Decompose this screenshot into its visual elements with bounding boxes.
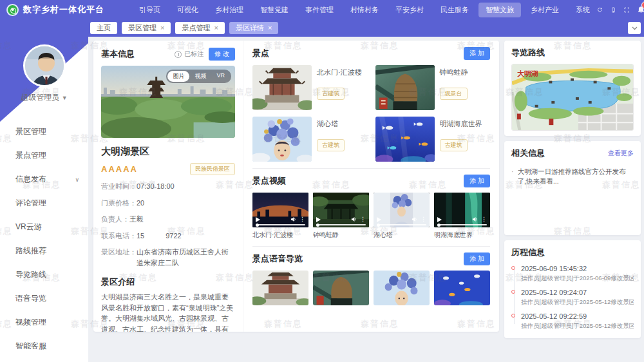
spot-name: 北水门·汇波楼	[317, 68, 362, 77]
related-info-title: 相关信息	[511, 148, 545, 159]
video-progress-bar[interactable]	[377, 224, 426, 225]
media-tab-image[interactable]: 图片	[167, 71, 189, 82]
nav-item-industry[interactable]: 乡村产业	[524, 3, 566, 17]
video-menu-icon[interactable]: ⋮	[360, 216, 366, 222]
spot-card[interactable]: 明湖海底世界古建筑	[375, 117, 491, 162]
close-icon[interactable]: ×	[268, 22, 272, 34]
history-item: 2025-05-12 09:22:59 操作员[超级管理员]于2025-05-1…	[521, 312, 634, 330]
nav-item-village-affairs[interactable]: 村情村务	[343, 3, 386, 17]
tab-bar: 主页 景区管理× 景点管理× 景区详情×	[0, 19, 644, 37]
sidebar-item-hotel-orders[interactable]: 酒店预定订单	[0, 358, 88, 362]
nav-item-events[interactable]: 事件管理	[298, 3, 341, 17]
media-tab-vr[interactable]: VR	[211, 71, 230, 82]
refresh-icon[interactable]	[597, 6, 603, 14]
video-menu-icon[interactable]: ⋮	[421, 216, 426, 222]
play-icon[interactable]	[437, 217, 442, 222]
video-card: ⋮ 明湖海底世界	[434, 193, 490, 240]
sidebar-item-video-management[interactable]: 视频管理	[0, 310, 88, 334]
spot-card[interactable]: 北水门·汇波楼古建筑	[252, 65, 368, 110]
tab-dropdown-button[interactable]	[628, 22, 641, 34]
history-time: 2025-06-09 15:45:32	[521, 265, 634, 272]
video-progress-bar[interactable]	[316, 224, 366, 225]
scenic-area-detail-card: 基本信息 已标注 修 改	[93, 41, 499, 332]
tab-spot-management[interactable]: 景点管理×	[175, 22, 224, 34]
brand: 数字乡村一体化平台	[6, 4, 132, 16]
spot-name: 湖心塔	[317, 119, 345, 129]
audio-guide-image-aquarium[interactable]	[434, 271, 490, 305]
spot-card[interactable]: 湖心塔古建筑	[252, 117, 368, 162]
fullscreen-icon[interactable]	[624, 6, 630, 14]
video-progress-bar[interactable]	[437, 224, 487, 225]
sidebar-user-role[interactable]: 超级管理员 ▼	[0, 92, 88, 103]
video-menu-icon[interactable]: ⋮	[481, 216, 487, 222]
sidebar-item-spot[interactable]: 景点管理	[0, 144, 88, 167]
volume-icon[interactable]	[472, 216, 478, 222]
media-tab-video[interactable]: 视频	[189, 71, 211, 82]
field-phone: 联系电话：15 9722	[101, 231, 235, 242]
user-avatar-large[interactable]	[23, 44, 66, 87]
history-desc: 操作员[超级管理员]于2025-06-09修改景区信息	[521, 274, 634, 283]
nav-item-culture-tourism[interactable]: 智慧文旅	[478, 3, 521, 17]
tab-home[interactable]: 主页	[90, 22, 117, 34]
guide-route-map[interactable]: 大明湖	[511, 64, 634, 131]
play-icon[interactable]	[316, 217, 321, 222]
spot-tag: 观景台	[440, 88, 468, 100]
sidebar-item-audio-guide[interactable]: 语音导览	[0, 287, 88, 310]
sidebar-item-route-recommend[interactable]: 路线推荐	[0, 239, 88, 263]
video-player[interactable]: ⋮	[313, 193, 369, 227]
nav-item-livelihood[interactable]: 民生服务	[433, 3, 476, 17]
sidebar-item-scenic-area[interactable]: 景区管理	[0, 120, 88, 144]
video-player[interactable]: ⋮	[374, 193, 430, 227]
sidebar-item-smart-service[interactable]: 智能客服	[0, 334, 88, 358]
view-more-link[interactable]: 查看更多	[608, 149, 634, 158]
volume-icon[interactable]	[412, 216, 417, 222]
nav-item-system[interactable]: 系统	[569, 3, 597, 17]
sidebar: 超级管理员 ▼ 景区管理 景点管理 信息发布∨ 评论管理 VR云游 路线推荐 导…	[0, 37, 88, 362]
sidebar-item-info-publish[interactable]: 信息发布∨	[0, 167, 88, 191]
history-desc: 操作员[超级管理员]于2025-05-12修改景区信息	[521, 298, 634, 307]
play-icon[interactable]	[256, 217, 260, 222]
video-player[interactable]: ⋮	[434, 193, 490, 227]
guide-route-title: 导览路线	[511, 47, 545, 59]
sidebar-item-comments[interactable]: 评论管理	[0, 191, 88, 215]
video-menu-icon[interactable]: ⋮	[299, 216, 305, 222]
volume-icon[interactable]	[290, 216, 296, 222]
nav-item-guide[interactable]: 引导页	[132, 3, 167, 17]
guide-route-card: 导览路线 大明湖	[504, 41, 641, 136]
platform-logo-icon	[6, 4, 19, 16]
add-video-button[interactable]: 添 加	[464, 175, 490, 187]
main-nav: 引导页 可视化 乡村治理 智慧党建 事件管理 村情村务 平安乡村 民生服务 智慧…	[132, 3, 597, 17]
add-spot-button[interactable]: 添 加	[464, 47, 490, 60]
video-card: ⋮ 北水门·汇波楼	[252, 193, 308, 240]
history-desc: 操作员[超级管理员]于2025-05-12修改景区信息	[521, 322, 634, 330]
spot-card[interactable]: 钟鸣蛙静观景台	[375, 65, 491, 110]
notification-badge: 15	[641, 1, 644, 9]
related-info-item[interactable]: · 大明湖一日游推荐路线官方公开发布了,快来看看...	[511, 167, 634, 186]
edit-button[interactable]: 修 改	[209, 48, 235, 61]
close-icon[interactable]: ×	[214, 22, 218, 34]
nav-item-safety[interactable]: 平安乡村	[388, 3, 431, 17]
video-player[interactable]: ⋮	[252, 193, 308, 227]
play-icon[interactable]	[377, 217, 381, 222]
video-progress-bar[interactable]	[256, 224, 305, 225]
audio-guide-image-bell[interactable]	[313, 271, 369, 305]
sidebar-item-vr-tour[interactable]: VR云游	[0, 215, 88, 239]
nav-item-governance[interactable]: 乡村治理	[208, 3, 251, 17]
sidebar-item-guide-route[interactable]: 导览路线	[0, 263, 88, 287]
tab-scenic-area-detail[interactable]: 景区详情×	[229, 22, 278, 34]
notifications[interactable]: 15	[637, 6, 644, 14]
audio-guide-image-opera[interactable]	[374, 271, 430, 305]
timeline-dot-icon	[511, 290, 515, 294]
volume-icon[interactable]	[351, 216, 357, 222]
nav-item-visualization[interactable]: 可视化	[170, 3, 205, 17]
history-time: 2025-05-12 09:24:07	[521, 289, 634, 296]
add-audio-button[interactable]: 添 加	[464, 252, 490, 265]
scenic-area-name: 大明湖景区	[101, 146, 235, 158]
tab-scenic-area-management[interactable]: 景区管理×	[122, 22, 171, 34]
nav-item-party[interactable]: 智慧党建	[253, 3, 296, 17]
audio-guide-image-pagoda[interactable]	[252, 271, 308, 305]
mobile-icon[interactable]	[611, 6, 616, 14]
close-icon[interactable]: ×	[160, 22, 164, 34]
field-manager: 负责人：王毅	[101, 214, 235, 225]
history-item: 2025-06-09 15:45:32 操作员[超级管理员]于2025-06-0…	[521, 265, 634, 283]
